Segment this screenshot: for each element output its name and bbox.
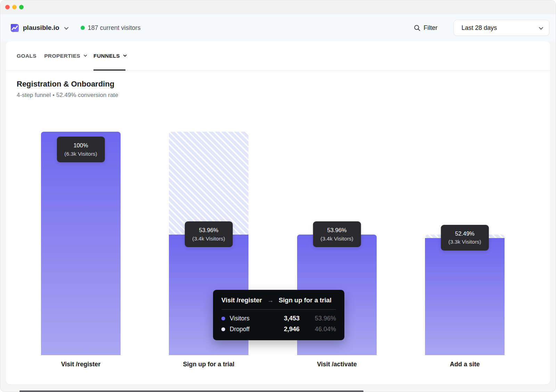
funnel-card: GOALS PROPERTIES FUNNELS Registration & …	[6, 41, 550, 384]
tooltip-row-label: Visitors	[230, 315, 250, 322]
tab-properties[interactable]: PROPERTIES	[44, 41, 86, 70]
conversion-badge: 53.96% (3.4k Visitors)	[185, 221, 232, 247]
conversion-badge: 52.49% (3.3k Visitors)	[441, 225, 489, 251]
tooltip-row-label: Dropoff	[230, 326, 250, 333]
funnel-step-column[interactable]: 52.49% (3.3k Visitors) Add a site	[425, 132, 505, 355]
dropoff-dot-icon	[221, 327, 225, 331]
conversion-badge: 100% (6.3k Visitors)	[57, 137, 105, 162]
step-label: Visit /register	[41, 361, 121, 368]
filter-label: Filter	[424, 24, 438, 32]
tooltip-step-to: Sign up for a trial	[279, 296, 332, 304]
tab-bar: GOALS PROPERTIES FUNNELS	[6, 41, 550, 71]
plausible-logo-icon	[10, 23, 19, 33]
tooltip-row-dropoff: Dropoff 2,946 46.04%	[221, 324, 336, 335]
funnel-subtitle: 4-step funnel • 52.49% conversion rate	[17, 92, 550, 99]
chevron-down-icon	[64, 25, 68, 30]
funnel-bar[interactable]: 52.49% (3.3k Visitors)	[425, 238, 505, 356]
chevron-down-icon	[123, 53, 127, 57]
badge-visitors: (6.3k Visitors)	[64, 150, 97, 158]
app-window: plausible.io 187 current visitors Filter…	[0, 0, 556, 392]
site-name: plausible.io	[23, 24, 59, 32]
step-label: Add a site	[425, 361, 505, 368]
site-picker[interactable]: plausible.io	[10, 23, 67, 33]
tab-properties-label: PROPERTIES	[44, 53, 80, 59]
step-label: Visit /activate	[297, 361, 377, 368]
badge-percent: 53.96%	[320, 226, 353, 235]
tooltip-row-value: 3,453	[284, 315, 300, 322]
cropped-bottom-element	[19, 391, 363, 392]
close-window-button[interactable]	[5, 5, 10, 9]
date-range-dropdown[interactable]: Last 28 days	[453, 20, 549, 36]
funnel-bar[interactable]: 100% (6.3k Visitors)	[41, 132, 121, 355]
conversion-badge: 53.96% (3.4k Visitors)	[313, 221, 361, 247]
tooltip-row-visitors: Visitors 3,453 53.96%	[221, 313, 336, 324]
tooltip-step-from: Visit /register	[221, 296, 262, 304]
visitors-dot-icon	[221, 317, 225, 320]
minimize-window-button[interactable]	[12, 5, 17, 9]
dropoff-hatch-area	[169, 132, 248, 235]
date-range-value: Last 28 days	[461, 24, 538, 32]
funnel-title: Registration & Onboarding	[17, 80, 550, 89]
badge-visitors: (3.3k Visitors)	[448, 238, 481, 246]
tab-funnels[interactable]: FUNNELS	[93, 41, 125, 70]
filter-button[interactable]: Filter	[414, 24, 438, 32]
search-icon	[414, 25, 420, 31]
zoom-window-button[interactable]	[19, 5, 24, 9]
live-indicator-dot-icon	[81, 26, 85, 30]
tooltip-divider	[221, 309, 336, 310]
tooltip-row-percent: 53.96%	[304, 315, 336, 322]
tab-goals-label: GOALS	[17, 53, 36, 59]
badge-visitors: (3.4k Visitors)	[320, 235, 353, 243]
tab-goals[interactable]: GOALS	[17, 41, 36, 70]
badge-percent: 53.96%	[192, 226, 225, 235]
badge-percent: 52.49%	[448, 229, 481, 238]
tooltip-header: Visit /register → Sign up for a trial	[221, 296, 336, 304]
step-label: Sign up for a trial	[169, 361, 248, 368]
chevron-down-icon	[84, 53, 87, 57]
tooltip-row-percent: 46.04%	[304, 326, 336, 333]
badge-visitors: (3.4k Visitors)	[192, 235, 225, 243]
arrow-right-icon: →	[267, 297, 273, 304]
current-visitors-label: 187 current visitors	[88, 24, 141, 32]
badge-percent: 100%	[64, 141, 97, 150]
current-visitors[interactable]: 187 current visitors	[81, 24, 141, 32]
topbar: plausible.io 187 current visitors Filter…	[0, 14, 556, 41]
chevron-down-icon	[539, 25, 543, 30]
funnel-hover-tooltip: Visit /register → Sign up for a trial Vi…	[213, 290, 344, 340]
tooltip-row-value: 2,946	[284, 326, 300, 333]
window-titlebar	[0, 0, 556, 14]
funnel-step-column[interactable]: 100% (6.3k Visitors) Visit /register	[41, 132, 121, 355]
tab-funnels-label: FUNNELS	[93, 53, 120, 59]
